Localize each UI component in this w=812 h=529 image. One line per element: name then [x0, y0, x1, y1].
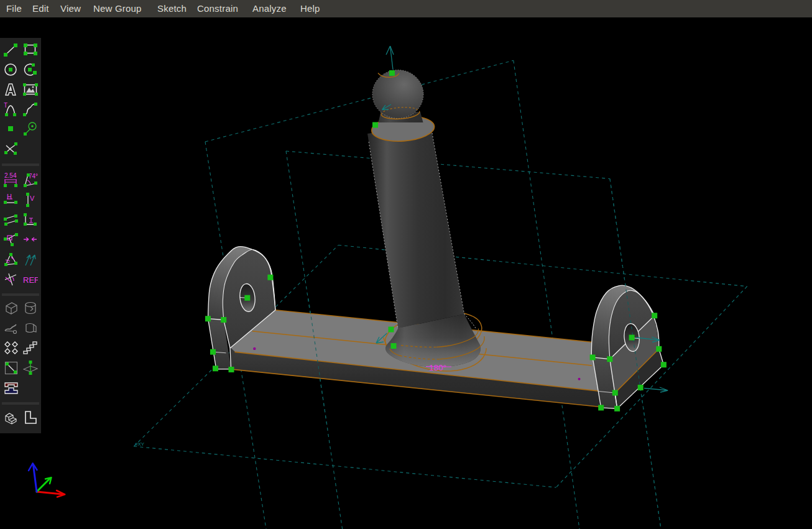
svg-text:74°: 74°	[29, 173, 38, 180]
svg-text:2.54: 2.54	[4, 173, 17, 179]
svg-text:#XY: #XY	[135, 441, 145, 447]
svg-text:T: T	[4, 102, 7, 109]
svg-text:V: V	[30, 195, 35, 202]
svg-text:REF: REF	[23, 275, 38, 285]
svg-text:180°: 180°	[429, 363, 446, 372]
